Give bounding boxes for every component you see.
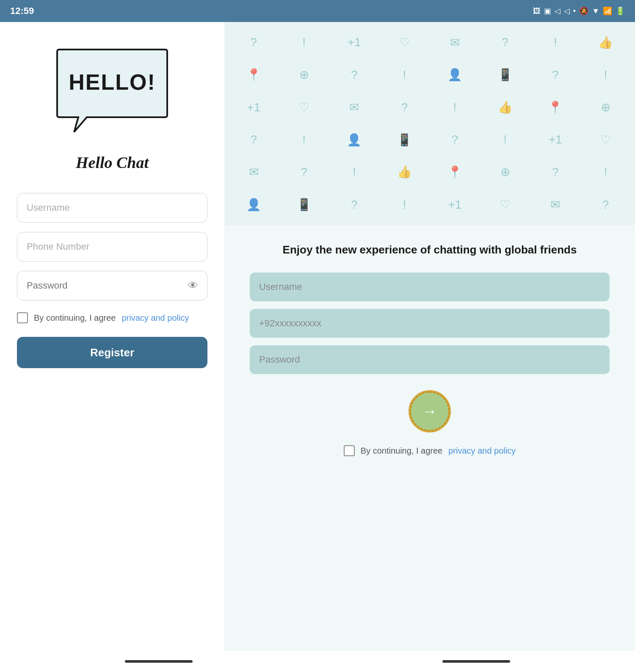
- status-time: 12:59: [10, 6, 34, 17]
- register-button[interactable]: Register: [17, 337, 207, 368]
- p-icon: ?: [329, 188, 380, 221]
- p-icon: 👤: [229, 188, 279, 221]
- password-input-right[interactable]: [250, 345, 610, 374]
- submit-circle-button[interactable]: →: [409, 390, 451, 432]
- p-icon: !: [530, 26, 581, 59]
- p-icon: 📍: [430, 156, 480, 189]
- p-icon: !: [279, 26, 329, 59]
- p-icon: ?: [229, 26, 279, 59]
- p-icon: ?: [480, 26, 530, 59]
- p-icon: 📱: [480, 59, 530, 91]
- agree-text-right: By continuing, I agree: [361, 446, 442, 456]
- home-indicator-right[interactable]: [442, 660, 510, 663]
- tagline: Enjoy the new experience of chatting wit…: [283, 242, 577, 257]
- p-icon: ⊕: [580, 91, 631, 124]
- agree-row-right: By continuing, I agree privacy and polic…: [344, 445, 516, 456]
- p-icon: 📱: [379, 124, 430, 156]
- p-icon: +1: [430, 188, 480, 221]
- camera-icon: 🖼: [533, 7, 541, 16]
- p-icon: ✉: [430, 26, 480, 59]
- p-icon: ?: [530, 59, 581, 91]
- p-icon: 👤: [329, 124, 380, 156]
- p-icon: 📍: [229, 59, 279, 91]
- bottom-bar: [0, 651, 635, 672]
- p-icon: ♡: [480, 188, 530, 221]
- bell-off-icon: 🔕: [579, 6, 588, 16]
- arrow-right-icon: →: [422, 402, 437, 420]
- left-panel: HELLO! Hello Chat 👁 By continuing, I agr…: [0, 22, 224, 651]
- hello-bubble-illustration: HELLO!: [49, 47, 176, 140]
- battery-icon: 🔋: [616, 6, 625, 16]
- dot-icon: •: [573, 7, 576, 16]
- left-form: 👁 By continuing, I agree privacy and pol…: [17, 193, 207, 368]
- agree-text-left: By continuing, I agree: [34, 313, 116, 323]
- username-input-left[interactable]: [17, 193, 207, 223]
- eye-icon-left[interactable]: 👁: [188, 280, 198, 292]
- p-icon: ?: [530, 156, 581, 189]
- p-icon: 👍: [379, 156, 430, 189]
- p-icon: 📱: [279, 188, 329, 221]
- phone-input-left[interactable]: [17, 232, 207, 262]
- p-icon: ?: [379, 91, 430, 124]
- p-icon: !: [279, 124, 329, 156]
- p-icon: +1: [530, 124, 581, 156]
- p-icon: !: [580, 59, 631, 91]
- main-content: HELLO! Hello Chat 👁 By continuing, I agr…: [0, 22, 635, 651]
- p-icon: ✉: [229, 156, 279, 189]
- phone-input-right[interactable]: [250, 309, 610, 338]
- p-icon: ?: [580, 188, 631, 221]
- p-icon: ♡: [580, 124, 631, 156]
- app-title-left: Hello Chat: [76, 153, 149, 172]
- grid-icon: ▣: [544, 6, 551, 16]
- p-icon: !: [480, 124, 530, 156]
- status-bar: 12:59 🖼 ▣ ◁ ◁ • 🔕 ▼ 📶 🔋: [0, 0, 635, 22]
- agree-checkbox-left[interactable]: [17, 312, 28, 323]
- p-icon: !: [379, 188, 430, 221]
- right-panel: ? ! +1 ♡ ✉ ? ! 👍 📍 ⊕ ? ! 👤 📱 ? ! +1 ♡: [224, 22, 635, 651]
- send-icon1: ◁: [555, 6, 560, 16]
- p-icon: ⊕: [480, 156, 530, 189]
- p-icon: 👤: [430, 59, 480, 91]
- username-input-right[interactable]: [250, 273, 610, 301]
- signal-icon: 📶: [603, 6, 612, 16]
- pattern-area: ? ! +1 ♡ ✉ ? ! 👍 📍 ⊕ ? ! 👤 📱 ? ! +1 ♡: [224, 22, 635, 225]
- p-icon: ?: [430, 124, 480, 156]
- right-form-area: Enjoy the new experience of chatting wit…: [224, 225, 635, 651]
- p-icon: ♡: [279, 91, 329, 124]
- password-wrapper-left: 👁: [17, 271, 207, 300]
- p-icon: 👍: [580, 26, 631, 59]
- privacy-link-right[interactable]: privacy and policy: [448, 446, 516, 456]
- pattern-icons-grid: ? ! +1 ♡ ✉ ? ! 👍 📍 ⊕ ? ! 👤 📱 ? ! +1 ♡: [224, 22, 635, 225]
- agree-checkbox-right[interactable]: [344, 445, 355, 456]
- p-icon: !: [430, 91, 480, 124]
- send-icon2: ◁: [564, 6, 570, 16]
- p-icon: ⊕: [279, 59, 329, 91]
- p-icon: +1: [229, 91, 279, 124]
- home-indicator-left[interactable]: [125, 660, 193, 663]
- agree-row-left: By continuing, I agree privacy and polic…: [17, 312, 207, 323]
- p-icon: ?: [229, 124, 279, 156]
- svg-text:HELLO!: HELLO!: [69, 70, 156, 94]
- p-icon: +1: [329, 26, 380, 59]
- p-icon: !: [329, 156, 380, 189]
- password-input-left[interactable]: [17, 271, 207, 300]
- privacy-link-left[interactable]: privacy and policy: [121, 313, 189, 323]
- p-icon: ✉: [329, 91, 380, 124]
- p-icon: ♡: [379, 26, 430, 59]
- p-icon: !: [379, 59, 430, 91]
- p-icon: 👍: [480, 91, 530, 124]
- p-icon: ?: [279, 156, 329, 189]
- p-icon: ?: [329, 59, 380, 91]
- wifi-icon: ▼: [592, 7, 599, 16]
- status-icons: 🖼 ▣ ◁ ◁ • 🔕 ▼ 📶 🔋: [533, 6, 625, 16]
- tagline-text: Enjoy the new experience of chatting wit…: [283, 243, 577, 256]
- p-icon: ✉: [530, 188, 581, 221]
- p-icon: 📍: [530, 91, 581, 124]
- p-icon: !: [580, 156, 631, 189]
